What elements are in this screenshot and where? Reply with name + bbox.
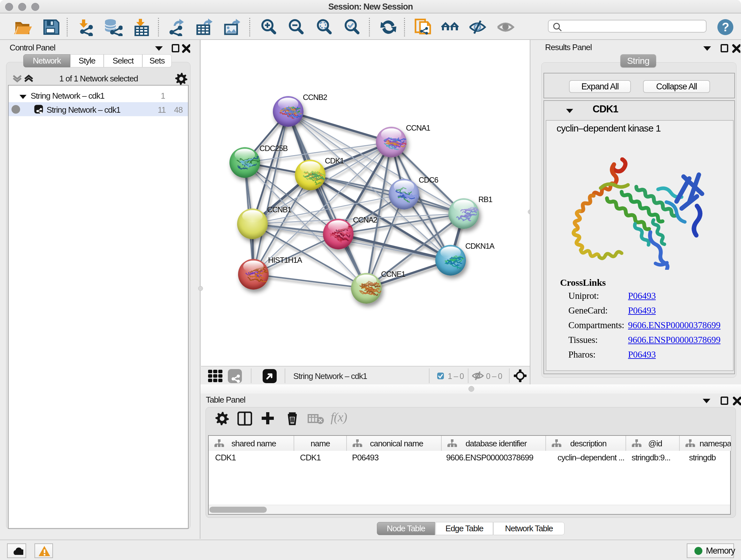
svg-text:?: ? bbox=[722, 20, 729, 34]
